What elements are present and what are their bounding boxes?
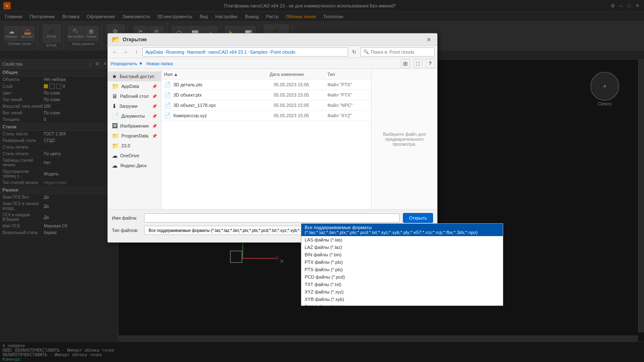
search-input[interactable] [371, 50, 432, 54]
dialog-arrange-toolbar: Упорядочить ▼ Новая папка ⊞ □ ? [108, 58, 437, 69]
filename-label: Имя файла: [112, 215, 141, 220]
file-npc-type: Файл "NPC" [327, 103, 369, 108]
documents-icon: 📄 [112, 113, 119, 119]
breadcrumb-sep1: › [164, 50, 165, 54]
file-pts-icon: 📄 [164, 81, 171, 88]
breadcrumb-roaming[interactable]: Roaming [166, 50, 184, 54]
breadcrumb-sep3: › [206, 50, 208, 54]
dropdown-item-xyz[interactable]: XYZ файлы (*.xyz) [301, 288, 503, 296]
sidebar-quick-access-label: Быстрый доступ [120, 74, 154, 79]
dropdown-item-ply[interactable]: PLY файлы (*.ply) [301, 303, 503, 306]
sidebar-appdata-label: AppData [121, 84, 139, 89]
dialog-title: 📂 Открытие [112, 35, 147, 43]
file-pts-type: Файл "PTS" [327, 82, 369, 87]
appdata-pin: 📌 [152, 84, 157, 89]
format-dropdown: Все поддерживаемые форматы (*.las;*.laz;… [301, 223, 503, 306]
sidebar-images[interactable]: 🖼 Изображения 📌 [108, 121, 161, 131]
desktop-pin: 📌 [152, 94, 157, 99]
dropdown-item-las[interactable]: LAS файлы (*.las) [301, 236, 503, 244]
sidebar-desktop[interactable]: 🖥 Рабочий стол 📌 [108, 91, 161, 101]
breadcrumb-sep4: › [248, 50, 249, 54]
view-list-btn[interactable]: ⊞ [401, 59, 410, 68]
preview-text: Выберите файл для предварительного просм… [376, 132, 433, 147]
breadcrumb-nanosoft[interactable]: Nanosoft [187, 50, 206, 54]
dropdown-item-ptx[interactable]: PTX файлы (*.ptx) [301, 258, 503, 266]
file-row-ptx[interactable]: 📄 3D объект.ptx 05.05.2023 15:05 Файл "P… [161, 90, 371, 100]
sidebar-230-label: 23.0 [121, 143, 130, 148]
file-ptx-type: Файл "PTX" [327, 92, 369, 97]
dialog-sidebar: ★ Быстрый доступ 📁 AppData 📌 🖥 Рабочий с… [108, 69, 161, 209]
file-xyz-name: Компрессор.xyz [173, 113, 274, 118]
dropdown-item-all[interactable]: Все поддерживаемые форматы (*.las;*.laz;… [301, 224, 503, 236]
open-dialog: 📂 Открытие ✕ ← → ↑ AppData › Roaming › N… [107, 33, 438, 243]
view-preview-btn[interactable]: □ [413, 59, 422, 68]
file-ptx-date: 05.05.2023 15:05 [274, 92, 327, 97]
file-row-pts[interactable]: 📄 3D деталь.pts 05.05.2023 15:05 Файл "P… [161, 80, 371, 90]
file-xyz-icon: 📄 [164, 112, 171, 119]
filename-row: Имя файла: Открыть [112, 213, 433, 223]
onedrive-icon: ☁ [112, 152, 118, 159]
dropdown-item-pts[interactable]: PTS файлы (*.pts) [301, 266, 503, 273]
sidebar-onedrive-label: OneDrive [120, 153, 139, 158]
open-btn[interactable]: Открыть [403, 213, 433, 223]
dialog-up-btn[interactable]: ↑ [132, 47, 141, 57]
breadcrumb-sep5: › [268, 50, 270, 54]
documents-pin: 📌 [152, 114, 157, 118]
sidebar-documents[interactable]: 📄 Документы 📌 [108, 111, 161, 121]
breadcrumb-samples[interactable]: Samples [250, 50, 268, 54]
file-ptx-icon: 📄 [164, 92, 171, 98]
dialog-back-btn[interactable]: ← [110, 47, 119, 57]
dialog-forward-btn[interactable]: → [121, 47, 130, 57]
sidebar-programdata-label: ProgramData [121, 133, 148, 138]
quick-access-icon: ★ [112, 73, 117, 80]
file-npc-date: 05.05.2023 15:05 [274, 103, 327, 108]
images-icon: 🖼 [112, 123, 118, 129]
col-date[interactable]: Дата изменения [270, 72, 323, 77]
col-name-sort: ▲ [173, 72, 178, 77]
file-pts-name: 3D деталь.pts [173, 82, 274, 87]
sidebar-appdata[interactable]: 📁 AppData 📌 [108, 81, 161, 91]
breadcrumb-appdata[interactable]: AppData [145, 50, 163, 54]
file-npc-name: 3D объект_1178.npc [173, 103, 274, 108]
file-pts-date: 05.05.2023 15:05 [274, 82, 327, 87]
dropdown-item-laz[interactable]: LAZ файлы (*.laz) [301, 244, 503, 251]
file-xyz-date: 05.05.2023 15:05 [274, 113, 327, 118]
file-xyz-type: Файл "XYZ" [327, 113, 369, 118]
breadcrumb-nanocad[interactable]: nanoCAD x64 23.1 [208, 50, 247, 54]
sidebar-onedrive[interactable]: ☁ OneDrive [108, 151, 161, 161]
dialog-body: ★ Быстрый доступ 📁 AppData 📌 🖥 Рабочий с… [108, 69, 437, 209]
sidebar-quick-access[interactable]: ★ Быстрый доступ [108, 71, 161, 81]
dropdown-item-xyb[interactable]: XYB файлы (*.xyb) [301, 296, 503, 303]
sidebar-230[interactable]: 📁 23.0 [108, 141, 161, 151]
downloads-icon: ⬇ [112, 103, 117, 109]
file-ptx-name: 3D объект.ptx [173, 92, 274, 97]
col-type-label: Тип [327, 72, 335, 77]
dropdown-item-pcd[interactable]: PCD файлы (*.pcd) [301, 273, 503, 281]
sidebar-yadisk[interactable]: ☁ Яндекс.Диск [108, 161, 161, 170]
filename-input[interactable] [144, 213, 400, 222]
breadcrumb-pointclouds[interactable]: Point clouds [270, 50, 295, 54]
dialog-help-btn[interactable]: ? [426, 59, 435, 68]
file-row-xyz[interactable]: 📄 Компрессор.xyz 05.05.2023 15:05 Файл "… [161, 111, 371, 121]
dropdown-item-bin[interactable]: BIN файлы (*.bin) [301, 251, 503, 258]
preview-panel: Выберите файл для предварительного просм… [371, 69, 437, 209]
230-icon: 📁 [112, 142, 119, 149]
sidebar-desktop-label: Рабочий стол [120, 94, 149, 99]
dropdown-item-txt[interactable]: TXT файлы (*.txt) [301, 281, 503, 288]
file-panel: Имя ▲ Дата изменения Тип 📄 3D деталь.pts… [161, 69, 371, 209]
dialog-refresh-btn[interactable]: ↻ [350, 47, 359, 57]
dialog-close-btn[interactable]: ✕ [425, 35, 433, 44]
yadisk-icon: ☁ [112, 162, 118, 169]
breadcrumb-sep2: › [185, 50, 186, 54]
col-type[interactable]: Тип [327, 72, 369, 77]
format-label: Тип файлов: [112, 228, 141, 233]
new-folder-btn[interactable]: Новая папка [146, 61, 173, 66]
sidebar-yadisk-label: Яндекс.Диск [120, 163, 147, 168]
file-row-npc[interactable]: 📄 3D объект_1178.npc 05.05.2023 15:05 Фа… [161, 100, 371, 111]
dialog-title-text: Открытие [123, 37, 147, 43]
sidebar-downloads[interactable]: ⬇ Загрузки 📌 [108, 101, 161, 111]
sidebar-programdata[interactable]: 📁 ProgramData 📌 [108, 131, 161, 141]
col-name[interactable]: Имя ▲ [164, 72, 265, 77]
breadcrumb-bar[interactable]: AppData › Roaming › Nanosoft › nanoCAD x… [142, 47, 348, 57]
arrange-btn[interactable]: Упорядочить ▼ [110, 61, 143, 66]
